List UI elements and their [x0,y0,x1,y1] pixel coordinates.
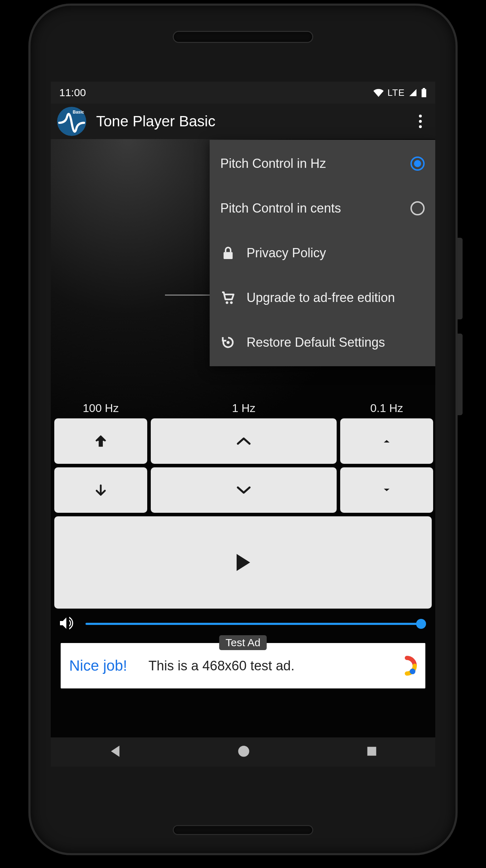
overflow-menu: Pitch Control in Hz Pitch Control in cen… [210,140,435,366]
volume-icon [58,615,75,633]
caret-down-icon [382,488,391,493]
lock-icon [220,246,236,260]
circle-home-icon [238,745,250,757]
phone-side-button [458,238,463,319]
nav-back-button[interactable] [109,745,121,759]
app-header: Basic Tone Player Basic [51,104,435,139]
screen: 11:00 LTE Basic Tone Player Basic [51,82,435,767]
step-area: 100 Hz 1 Hz 0.1 Hz [54,402,432,609]
status-bar: 11:00 LTE [51,82,435,104]
play-icon [234,553,252,572]
svg-rect-1 [423,88,425,89]
menu-item-restore[interactable]: Restore Default Settings [210,320,435,365]
volume-thumb[interactable] [416,619,426,629]
arrow-up-icon [94,434,108,448]
svg-point-3 [238,746,249,757]
svg-point-7 [230,301,233,304]
step-down-1hz-button[interactable] [151,467,337,513]
svg-rect-0 [422,89,426,97]
status-network: LTE [387,87,405,98]
svg-point-2 [410,669,415,674]
square-recents-icon [366,746,377,757]
menu-item-label: Upgrade to ad-free edition [247,290,425,305]
chevron-up-icon [236,436,252,446]
step-grid [54,418,432,513]
caret-up-icon [382,439,391,444]
nav-recents-button[interactable] [366,746,377,758]
svg-point-6 [226,301,228,304]
kebab-icon [419,115,422,128]
svg-rect-4 [367,747,376,756]
step-up-01hz-button[interactable] [340,418,433,464]
chevron-down-icon [236,485,252,495]
menu-item-label: Restore Default Settings [247,335,425,350]
phone-earpiece [174,32,312,42]
menu-item-label: Pitch Control in Hz [220,156,400,171]
step-label-100hz: 100 Hz [54,402,147,415]
menu-item-pitch-hz[interactable]: Pitch Control in Hz [210,141,435,186]
menu-item-label: Privacy Policy [247,246,425,260]
signal-icon [408,88,418,97]
menu-item-label: Pitch Control in cents [220,201,400,216]
step-down-100hz-button[interactable] [54,467,147,513]
admob-logo-icon [397,656,417,676]
system-navbar [51,737,435,767]
step-down-01hz-button[interactable] [340,467,433,513]
app-title: Tone Player Basic [96,113,402,130]
nav-home-button[interactable] [238,745,250,759]
ad-body: This is a 468x60 test ad. [148,658,397,674]
ad-badge: Test Ad [219,635,267,650]
battery-icon [421,88,427,97]
svg-rect-5 [223,252,233,259]
menu-item-privacy[interactable]: Privacy Policy [210,231,435,275]
play-button[interactable] [54,516,432,609]
app-logo-badge: Basic [73,110,84,115]
step-label-1hz: 1 Hz [151,402,337,415]
svg-point-8 [227,341,230,344]
radio-selected-icon [410,156,425,171]
cart-icon [220,291,236,304]
ad-banner[interactable]: Test Ad Nice job! This is a 468x60 test … [61,643,425,688]
wifi-icon [373,88,384,97]
app-logo: Basic [57,107,86,136]
volume-row [58,615,425,633]
status-time: 11:00 [59,87,86,99]
phone-frame: 11:00 LTE Basic Tone Player Basic [28,4,458,855]
restore-icon [220,335,236,350]
phone-speaker [174,826,312,834]
step-labels: 100 Hz 1 Hz 0.1 Hz [54,402,432,415]
overflow-menu-button[interactable] [412,113,429,130]
phone-side-button [458,334,463,415]
menu-item-pitch-cents[interactable]: Pitch Control in cents [210,186,435,231]
step-up-1hz-button[interactable] [151,418,337,464]
triangle-back-icon [109,745,121,758]
arrow-down-icon [94,483,108,497]
step-up-100hz-button[interactable] [54,418,147,464]
ad-headline: Nice job! [69,657,127,674]
step-label-01hz: 0.1 Hz [340,402,433,415]
volume-slider[interactable] [85,623,425,625]
menu-item-upgrade[interactable]: Upgrade to ad-free edition [210,275,435,320]
radio-unselected-icon [410,201,425,215]
